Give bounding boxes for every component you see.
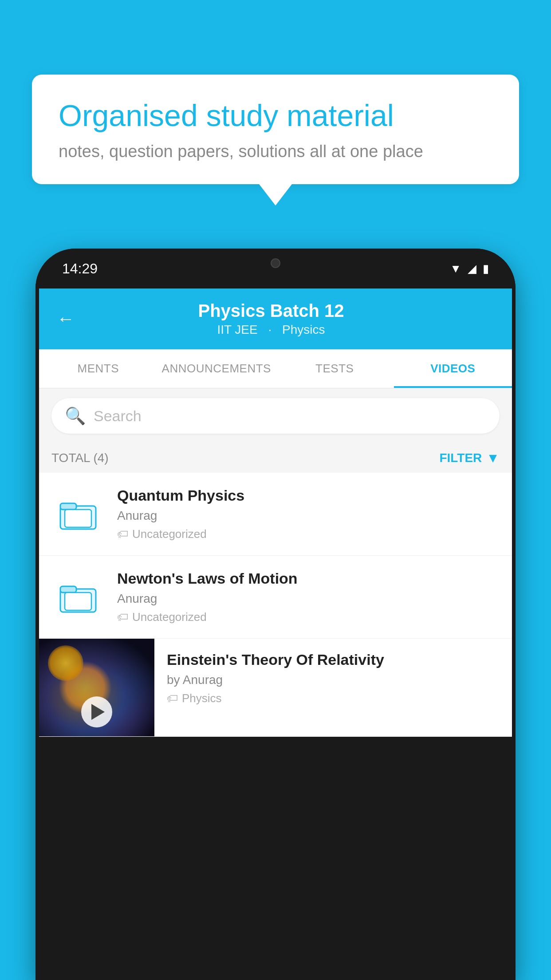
video-tag-1: 🏷 Uncategorized: [117, 527, 500, 541]
status-icons: ▼ ◢ ▮: [450, 262, 489, 276]
header-center: Physics Batch 12 IIT JEE · Physics: [88, 301, 454, 337]
video-title-1: Quantum Physics: [117, 487, 500, 504]
folder-icon: [58, 579, 98, 615]
header-subtitle: IIT JEE · Physics: [88, 323, 454, 337]
header-physics: Physics: [282, 323, 325, 336]
svg-rect-5: [65, 593, 91, 610]
tab-tests[interactable]: TESTS: [276, 349, 394, 388]
video-title-2: Newton's Laws of Motion: [117, 570, 500, 587]
list-item[interactable]: Quantum Physics Anurag 🏷 Uncategorized: [39, 473, 512, 556]
video-list: Quantum Physics Anurag 🏷 Uncategorized: [39, 473, 512, 737]
header-sep: ·: [268, 323, 272, 336]
tag-icon-2: 🏷: [117, 610, 129, 624]
video-info-3: Einstein's Theory Of Relativity by Anura…: [154, 639, 512, 718]
tab-announcements[interactable]: ANNOUNCEMENTS: [157, 349, 276, 388]
wifi-icon: ▼: [450, 262, 461, 276]
search-bar[interactable]: 🔍 Search: [51, 398, 500, 434]
svg-rect-1: [60, 503, 76, 510]
status-time: 14:29: [62, 261, 98, 277]
header-iitjee: IIT JEE: [217, 323, 257, 336]
tab-ments[interactable]: MENTS: [39, 349, 157, 388]
filter-icon: ▼: [486, 450, 500, 466]
tabs-bar: MENTS ANNOUNCEMENTS TESTS VIDEOS: [39, 349, 512, 388]
play-button[interactable]: [81, 696, 112, 727]
filter-bar: TOTAL (4) FILTER ▼: [39, 443, 512, 473]
search-icon: 🔍: [65, 406, 86, 426]
bubble-title: Organised study material: [59, 98, 492, 134]
app-header: ← Physics Batch 12 IIT JEE · Physics: [39, 288, 512, 349]
tag-icon-3: 🏷: [167, 692, 178, 705]
status-bar: 14:29 ▼ ◢ ▮: [35, 249, 516, 288]
list-item[interactable]: Newton's Laws of Motion Anurag 🏷 Uncateg…: [39, 556, 512, 639]
video-info-2: Newton's Laws of Motion Anurag 🏷 Uncateg…: [117, 570, 500, 624]
video-title-3: Einstein's Theory Of Relativity: [167, 651, 500, 668]
video-info-1: Quantum Physics Anurag 🏷 Uncategorized: [117, 487, 500, 541]
video-thumbnail-3: [39, 639, 154, 736]
filter-button[interactable]: FILTER ▼: [439, 450, 500, 466]
play-triangle-icon: [91, 704, 105, 720]
tab-videos[interactable]: VIDEOS: [394, 349, 512, 388]
tag-icon-1: 🏷: [117, 527, 129, 541]
video-author-3: by Anurag: [167, 673, 500, 687]
phone-frame: 14:29 ▼ ◢ ▮ ← Physics Batch 12 IIT JEE ·…: [35, 249, 516, 980]
speech-bubble: Organised study material notes, question…: [32, 75, 519, 184]
back-button[interactable]: ←: [57, 309, 75, 329]
list-item[interactable]: Einstein's Theory Of Relativity by Anura…: [39, 639, 512, 737]
filter-label: FILTER: [439, 451, 482, 465]
folder-icon: [58, 496, 98, 532]
camera-dot: [271, 258, 280, 268]
signal-icon: ◢: [468, 262, 476, 276]
folder-thumb-1: [51, 492, 105, 536]
video-author-2: Anurag: [117, 592, 500, 606]
notch: [236, 249, 315, 277]
total-count: TOTAL (4): [51, 451, 109, 465]
video-tag-2: 🏷 Uncategorized: [117, 610, 500, 624]
video-author-1: Anurag: [117, 509, 500, 523]
search-container: 🔍 Search: [39, 388, 512, 443]
svg-rect-4: [60, 586, 76, 593]
svg-rect-2: [65, 510, 91, 527]
app-screen: ← Physics Batch 12 IIT JEE · Physics MEN…: [39, 288, 512, 737]
folder-thumb-2: [51, 575, 105, 619]
search-input[interactable]: Search: [94, 407, 142, 425]
header-title: Physics Batch 12: [88, 301, 454, 321]
battery-icon: ▮: [483, 262, 489, 276]
bubble-subtitle: notes, question papers, solutions all at…: [59, 142, 492, 161]
video-tag-3: 🏷 Physics: [167, 692, 500, 705]
